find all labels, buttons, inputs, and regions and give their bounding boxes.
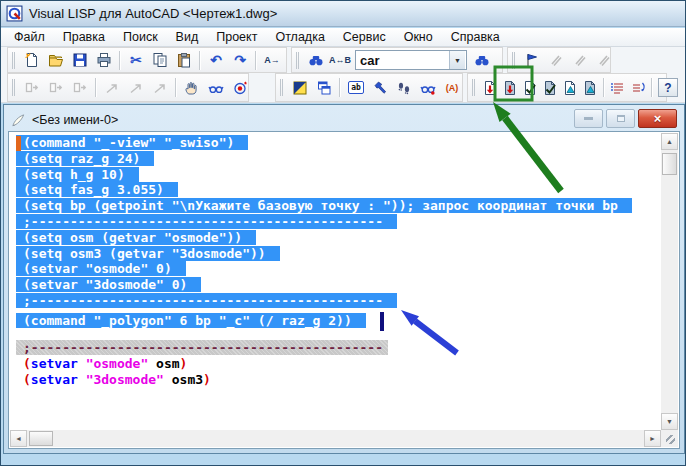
format-window-button[interactable] xyxy=(560,75,580,100)
code-line[interactable]: (setq bp (getpoint "\nУкажите базовую то… xyxy=(10,198,661,214)
menu-item-search[interactable]: Поиск xyxy=(114,29,167,45)
restore-button[interactable] xyxy=(606,109,635,128)
menu-item-window[interactable]: Окно xyxy=(395,29,442,45)
load-active-window-button[interactable] xyxy=(480,75,500,100)
search-toolbar: A↔B ▼ xyxy=(291,47,503,73)
flag-icon xyxy=(524,52,540,68)
code-line[interactable]: ;---------------------------------------… xyxy=(10,214,661,230)
menu-item-file[interactable]: Файл xyxy=(5,29,54,45)
apropos-button[interactable] xyxy=(368,75,392,100)
print-button[interactable] xyxy=(92,49,116,71)
undo-icon: ↶ xyxy=(210,53,222,67)
format-disabled-3-button[interactable] xyxy=(592,49,616,71)
jump-button-disabled[interactable] xyxy=(124,75,148,100)
code-line[interactable]: (setq osm (getvar "osmode")) xyxy=(10,230,661,246)
toolbar-grip[interactable] xyxy=(12,52,15,69)
menu-item-edit[interactable]: Правка xyxy=(54,29,114,45)
code-line[interactable]: (setq raz_g 24) xyxy=(10,151,661,167)
scroll-right-button[interactable]: ► xyxy=(644,430,661,447)
toolbar-grip[interactable] xyxy=(12,79,15,96)
search-combo-dropdown[interactable]: ▼ xyxy=(449,51,465,69)
complete-word-button[interactable]: A→ xyxy=(260,49,284,71)
toolbar-separator xyxy=(175,78,177,97)
activate-autocad-button[interactable] xyxy=(288,75,312,100)
menu-item-tools[interactable]: Сервис xyxy=(334,29,395,45)
horizontal-scroll-thumb[interactable] xyxy=(29,431,53,446)
scroll-up-button[interactable]: ▲ xyxy=(661,133,678,150)
editor-title-bar[interactable]: <Без имени-0> × xyxy=(7,108,681,132)
replace-button[interactable]: A↔B xyxy=(328,49,352,71)
format-selection-button[interactable] xyxy=(580,75,600,100)
code-line[interactable]: ;---------------------------------------… xyxy=(10,293,661,309)
uncomment-block-button[interactable] xyxy=(628,75,648,100)
last-break-button[interactable] xyxy=(204,75,228,100)
format-options-button[interactable] xyxy=(520,49,544,71)
check-window-button[interactable] xyxy=(520,75,540,100)
symbol-service-button[interactable]: (A) xyxy=(440,75,464,100)
resize-grip[interactable] xyxy=(661,430,678,447)
continue-button-disabled[interactable] xyxy=(148,75,172,100)
reset-button[interactable] xyxy=(228,75,252,100)
help-button[interactable]: ? xyxy=(656,75,680,100)
scroll-left-button[interactable]: ◄ xyxy=(10,430,27,447)
redo-button[interactable]: ↷ xyxy=(228,49,252,71)
trace-button[interactable] xyxy=(392,75,416,100)
code-line[interactable]: ;---------------------------------------… xyxy=(10,340,661,356)
undo-button[interactable]: ↶ xyxy=(204,49,228,71)
code-line[interactable]: (setq h_g 10) xyxy=(10,167,661,183)
load-selection-button[interactable] xyxy=(500,75,520,100)
code-line[interactable]: (setvar "3dosmode" osm3) xyxy=(10,372,661,388)
format-disabled-1-button[interactable] xyxy=(544,49,568,71)
redo-icon: ↷ xyxy=(234,53,246,67)
code-line[interactable]: (command "_-view" "_swiso") xyxy=(10,135,661,151)
cut-button[interactable]: ✂ xyxy=(124,49,148,71)
horizontal-scrollbar[interactable]: ◄ ► xyxy=(10,430,661,447)
code-line[interactable]: (setq osm3 (getvar "3dosmode")) xyxy=(10,246,661,262)
menu-item-debug[interactable]: Отладка xyxy=(266,29,333,45)
toolbar-grip[interactable] xyxy=(472,79,475,96)
paste-button[interactable] xyxy=(172,49,196,71)
inspect-button[interactable] xyxy=(416,75,440,100)
scroll-down-button[interactable]: ▼ xyxy=(661,413,678,430)
close-button[interactable]: × xyxy=(638,109,677,128)
copy-button[interactable] xyxy=(148,49,172,71)
code-line[interactable]: (setq fas_g 3.055) xyxy=(10,182,661,198)
find-button[interactable] xyxy=(304,49,328,71)
toolbar-grip[interactable] xyxy=(280,79,283,96)
toolbar-grip[interactable] xyxy=(512,52,515,69)
editor-title: <Без имени-0> xyxy=(32,113,118,127)
vertical-scroll-thumb[interactable] xyxy=(662,153,677,175)
menu-item-view[interactable]: Вид xyxy=(167,29,208,45)
pause-button[interactable] xyxy=(180,75,204,100)
code-line[interactable]: (setvar "3dosmode" 0) xyxy=(10,277,661,293)
code-line[interactable]: (setvar "osmode" osm) xyxy=(10,356,661,372)
menu-item-help[interactable]: Справка xyxy=(442,29,509,45)
save-file-button[interactable] xyxy=(68,49,92,71)
code-line[interactable]: (setvar "osmode" 0) xyxy=(10,261,661,277)
find-toolbar-button[interactable] xyxy=(470,49,494,71)
code-editor-area[interactable]: (command "_-view" "_swiso")(setq raz_g 2… xyxy=(10,133,661,430)
menu-item-project[interactable]: Проект xyxy=(207,29,266,45)
save-icon xyxy=(72,52,88,68)
new-file-button[interactable] xyxy=(20,49,44,71)
step-out-button-disabled[interactable] xyxy=(68,75,92,100)
search-combo: ▼ xyxy=(355,50,467,70)
inspect-glasses-icon xyxy=(420,80,436,96)
code-line[interactable]: (command "_polygon" 6 bp "_c" (/ raz_g 2… xyxy=(10,309,661,325)
minimize-button[interactable] xyxy=(574,109,603,128)
comment-block-button[interactable] xyxy=(608,75,628,100)
step-over-button-disabled[interactable] xyxy=(44,75,68,100)
watch-window-button[interactable]: ab xyxy=(344,75,368,100)
hand-icon xyxy=(184,80,200,96)
help-icon: ? xyxy=(658,78,678,97)
check-selection-button[interactable] xyxy=(540,75,560,100)
open-file-button[interactable] xyxy=(44,49,68,71)
search-input[interactable] xyxy=(356,51,449,69)
breakpoint-button-disabled[interactable] xyxy=(100,75,124,100)
step-into-button-disabled[interactable] xyxy=(20,75,44,100)
toolbar-grip[interactable] xyxy=(296,52,299,69)
select-window-button[interactable] xyxy=(312,75,336,100)
view-toolbar: ab (A) xyxy=(275,73,463,102)
vertical-scrollbar[interactable]: ▲ ▼ xyxy=(661,133,678,430)
format-disabled-2-button[interactable] xyxy=(568,49,592,71)
